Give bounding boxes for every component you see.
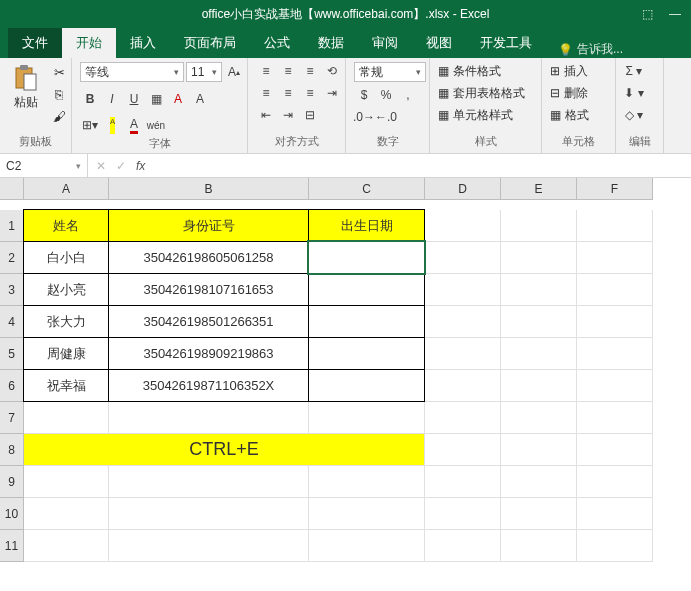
cell-E7[interactable]	[501, 402, 577, 434]
number-format-select[interactable]: 常规▾	[354, 62, 426, 82]
align-top-button[interactable]: ≡	[256, 62, 276, 80]
select-all-corner[interactable]	[0, 178, 24, 200]
bold-button[interactable]: B	[80, 90, 100, 108]
cell-F2[interactable]	[577, 242, 653, 274]
cell-E8[interactable]	[501, 434, 577, 466]
cell-C3[interactable]	[308, 273, 425, 306]
paste-button[interactable]: 粘贴	[8, 62, 44, 113]
percent-button[interactable]: %	[376, 86, 396, 104]
increase-font-button[interactable]: A▴	[224, 63, 244, 81]
increase-indent-button[interactable]: ⇥	[278, 106, 298, 124]
cell-C4[interactable]	[308, 305, 425, 338]
cell-F3[interactable]	[577, 274, 653, 306]
cell-C9[interactable]	[309, 466, 425, 498]
merge-button[interactable]: ⊟	[300, 106, 320, 124]
minimize-icon[interactable]: —	[665, 7, 685, 21]
row-header-2[interactable]: 2	[0, 242, 24, 274]
col-header-B[interactable]: B	[109, 178, 309, 200]
format-table-button[interactable]: ▦套用表格格式	[438, 84, 525, 102]
cut-button[interactable]: ✂	[48, 62, 70, 82]
font-big-button[interactable]: A	[168, 90, 188, 108]
clear-button[interactable]: ◇ ▾	[624, 106, 644, 124]
cell-F10[interactable]	[577, 498, 653, 530]
cell-D2[interactable]	[425, 242, 501, 274]
cell-F8[interactable]	[577, 434, 653, 466]
cell-D10[interactable]	[425, 498, 501, 530]
cell-B11[interactable]	[109, 530, 309, 562]
cell-F6[interactable]	[577, 370, 653, 402]
cell-C6[interactable]	[308, 369, 425, 402]
cell-A11[interactable]	[24, 530, 109, 562]
cell-B9[interactable]	[109, 466, 309, 498]
cell-A6[interactable]: 祝幸福	[23, 369, 109, 402]
format-painter-button[interactable]: 🖌	[48, 106, 70, 126]
ribbon-options-icon[interactable]: ⬚	[637, 7, 657, 21]
cell-E11[interactable]	[501, 530, 577, 562]
align-left-button[interactable]: ≡	[256, 84, 276, 102]
cell-E5[interactable]	[501, 338, 577, 370]
cell-A3[interactable]: 赵小亮	[23, 273, 109, 306]
cell-A8-merged[interactable]: CTRL+E	[24, 434, 425, 466]
cell-D11[interactable]	[425, 530, 501, 562]
autosum-button[interactable]: Σ ▾	[624, 62, 644, 80]
cell-E6[interactable]	[501, 370, 577, 402]
row-header-11[interactable]: 11	[0, 530, 24, 562]
tab-formula[interactable]: 公式	[250, 28, 304, 58]
row-header-9[interactable]: 9	[0, 466, 24, 498]
cell-F7[interactable]	[577, 402, 653, 434]
copy-button[interactable]: ⎘	[48, 84, 70, 104]
phonetic-button[interactable]: wén	[146, 116, 166, 134]
row-header-5[interactable]: 5	[0, 338, 24, 370]
cell-E10[interactable]	[501, 498, 577, 530]
col-header-A[interactable]: A	[24, 178, 109, 200]
cell-C2[interactable]	[308, 241, 425, 274]
cell-A5[interactable]: 周健康	[23, 337, 109, 370]
cell-C10[interactable]	[309, 498, 425, 530]
cell-A2[interactable]: 白小白	[23, 241, 109, 274]
cell-A9[interactable]	[24, 466, 109, 498]
insert-cells-button[interactable]: ⊞插入	[550, 62, 588, 80]
cell-A10[interactable]	[24, 498, 109, 530]
fill-button[interactable]: ⬇ ▾	[624, 84, 644, 102]
cell-D5[interactable]	[425, 338, 501, 370]
increase-decimal-button[interactable]: .0→	[354, 108, 374, 126]
row-header-3[interactable]: 3	[0, 274, 24, 306]
tab-review[interactable]: 审阅	[358, 28, 412, 58]
font-small-button[interactable]: A	[190, 90, 210, 108]
formula-input[interactable]	[153, 154, 691, 177]
row-header-8[interactable]: 8	[0, 434, 24, 466]
tab-data[interactable]: 数据	[304, 28, 358, 58]
row-header-10[interactable]: 10	[0, 498, 24, 530]
cell-D7[interactable]	[425, 402, 501, 434]
tab-insert[interactable]: 插入	[116, 28, 170, 58]
cell-D3[interactable]	[425, 274, 501, 306]
cell-D1[interactable]	[425, 210, 501, 242]
name-box[interactable]: C2▾	[0, 154, 88, 177]
col-header-D[interactable]: D	[425, 178, 501, 200]
row-header-7[interactable]: 7	[0, 402, 24, 434]
cell-B7[interactable]	[109, 402, 309, 434]
col-header-C[interactable]: C	[309, 178, 425, 200]
currency-button[interactable]: $	[354, 86, 374, 104]
cell-A4[interactable]: 张大力	[23, 305, 109, 338]
row-header-1[interactable]: 1	[0, 210, 24, 242]
cell-D6[interactable]	[425, 370, 501, 402]
format-cells-button[interactable]: ▦格式	[550, 106, 589, 124]
enter-icon[interactable]: ✓	[116, 159, 126, 173]
cell-E1[interactable]	[501, 210, 577, 242]
border-button[interactable]: ▦	[146, 90, 166, 108]
font-color-button[interactable]: A	[124, 116, 144, 134]
cell-A1[interactable]: 姓名	[23, 209, 109, 242]
cell-styles-button[interactable]: ▦单元格样式	[438, 106, 513, 124]
cell-A7[interactable]	[24, 402, 109, 434]
tab-file[interactable]: 文件	[8, 28, 62, 58]
col-header-F[interactable]: F	[577, 178, 653, 200]
fx-icon[interactable]: fx	[136, 159, 145, 173]
cancel-icon[interactable]: ✕	[96, 159, 106, 173]
cell-E4[interactable]	[501, 306, 577, 338]
cell-B4[interactable]: 350426198501266351	[108, 305, 309, 338]
align-center-button[interactable]: ≡	[278, 84, 298, 102]
cell-F9[interactable]	[577, 466, 653, 498]
cell-B3[interactable]: 350426198107161653	[108, 273, 309, 306]
tell-me[interactable]: 💡 告诉我...	[558, 41, 623, 58]
